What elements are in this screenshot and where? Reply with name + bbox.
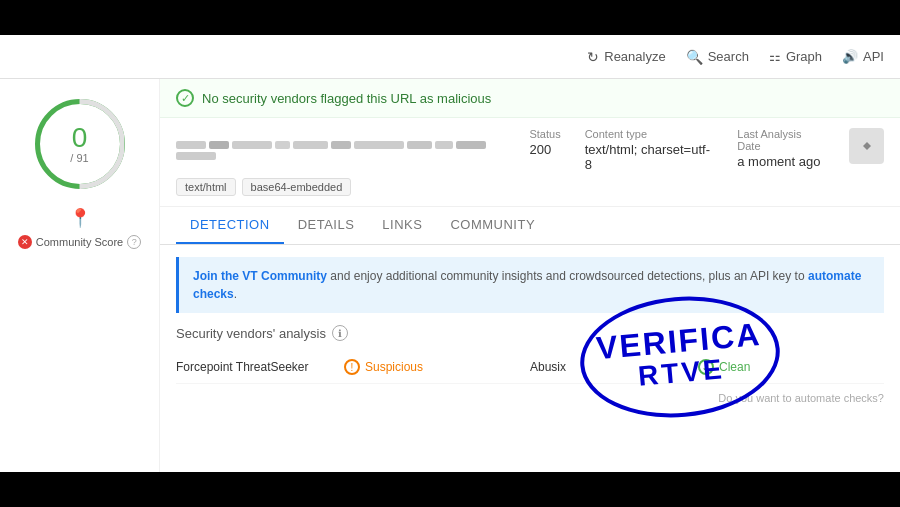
last-analysis-label: Last Analysis Date <box>737 128 825 152</box>
suspicious-label: Suspicious <box>365 360 423 374</box>
url-block-5 <box>293 141 328 149</box>
api-label: API <box>863 49 884 64</box>
search-button[interactable]: 🔍 Search <box>686 49 749 65</box>
banner-body2: . <box>234 287 237 301</box>
reanalyze-icon: ↻ <box>587 49 599 65</box>
tab-community[interactable]: COMMUNITY <box>436 207 549 244</box>
search-icon: 🔍 <box>686 49 703 65</box>
community-score-label: Community Score <box>36 236 123 248</box>
vendor-row-forcepoint: Forcepoint ThreatSeeker ! Suspicious <box>176 351 530 384</box>
join-vt-link[interactable]: Join the VT Community <box>193 269 327 283</box>
url-block-1 <box>176 141 206 149</box>
score-circle: 0 / 91 <box>35 99 125 189</box>
vendors-grid: Forcepoint ThreatSeeker ! Suspicious Abu… <box>176 351 884 384</box>
vendors-title: Security vendors' analysis <box>176 326 326 341</box>
graph-icon: ⚏ <box>769 49 781 64</box>
status-message: No security vendors flagged this URL as … <box>202 91 491 106</box>
vendors-header: Security vendors' analysis ℹ <box>176 325 884 341</box>
vendors-section: Security vendors' analysis ℹ Forcepoint … <box>176 325 884 384</box>
url-block-7 <box>354 141 404 149</box>
reanalyze-button[interactable]: ↻ Reanalyze <box>587 49 665 65</box>
last-analysis-meta: Last Analysis Date a moment ago <box>737 128 825 169</box>
status-bar: ✓ No security vendors flagged this URL a… <box>160 79 900 118</box>
score-total: / 91 <box>70 152 88 164</box>
tab-detection[interactable]: DETECTION <box>176 207 284 244</box>
url-meta-group: Status 200 Content type text/html; chars… <box>529 128 884 172</box>
url-block-11 <box>176 152 216 160</box>
community-negative-icon: ✕ <box>18 235 32 249</box>
community-score-row: ✕ Community Score ? <box>18 235 141 249</box>
url-block-8 <box>407 141 432 149</box>
url-display <box>176 141 521 160</box>
status-meta-value: 200 <box>529 142 560 157</box>
url-block-9 <box>435 141 453 149</box>
status-check-icon: ✓ <box>176 89 194 107</box>
top-navigation: ↻ Reanalyze 🔍 Search ⚏ Graph 🔊 API <box>0 35 900 79</box>
search-label: Search <box>708 49 749 64</box>
vendor-name-abusix: Abusix <box>530 360 690 374</box>
tab-detection-content: Join the VT Community and enjoy addition… <box>160 245 900 472</box>
tabs-bar: DETECTION DETAILS LINKS COMMUNITY <box>160 207 900 245</box>
location-icon: 📍 <box>69 207 91 229</box>
content-area: 0 / 91 📍 ✕ Community Score ? ✓ No securi… <box>0 79 900 472</box>
content-type-value: text/html; charset=utf-8 <box>585 142 714 172</box>
url-block-2 <box>209 141 229 149</box>
api-button[interactable]: 🔊 API <box>842 49 884 64</box>
graph-label: Graph <box>786 49 822 64</box>
api-icon: 🔊 <box>842 49 858 64</box>
banner-body: and enjoy additional community insights … <box>327 269 808 283</box>
content-type-label: Content type <box>585 128 714 140</box>
tag-html[interactable]: text/html <box>176 178 236 196</box>
clean-label: Clean <box>719 360 750 374</box>
score-panel: 0 / 91 📍 ✕ Community Score ? <box>0 79 160 472</box>
last-analysis-value: a moment ago <box>737 154 825 169</box>
status-meta-label: Status <box>529 128 560 140</box>
url-block-4 <box>275 141 290 149</box>
vendor-name-forcepoint: Forcepoint ThreatSeeker <box>176 360 336 374</box>
reanalyze-label: Reanalyze <box>604 49 665 64</box>
tab-links[interactable]: LINKS <box>368 207 436 244</box>
vendor-row-abusix: Abusix ✓ Clean <box>530 351 884 384</box>
do-you-want-text: Do you want to automate checks? <box>176 392 884 404</box>
url-row: Status 200 Content type text/html; chars… <box>176 128 884 172</box>
url-block-10 <box>456 141 486 149</box>
score-number: 0 <box>72 124 88 152</box>
right-panel: ✓ No security vendors flagged this URL a… <box>160 79 900 472</box>
tab-details[interactable]: DETAILS <box>284 207 369 244</box>
url-block-3 <box>232 141 272 149</box>
url-info-section: Status 200 Content type text/html; chars… <box>160 118 900 207</box>
community-banner: Join the VT Community and enjoy addition… <box>176 257 884 313</box>
vendor-status-abusix: ✓ Clean <box>698 359 750 375</box>
vendors-info-icon[interactable]: ℹ <box>332 325 348 341</box>
status-meta: Status 200 <box>529 128 560 157</box>
tags-row: text/html base64-embedded <box>176 178 884 196</box>
clean-icon: ✓ <box>698 359 714 375</box>
community-question-icon: ? <box>127 235 141 249</box>
virustotal-icon <box>849 128 884 164</box>
content-type-meta: Content type text/html; charset=utf-8 <box>585 128 714 172</box>
graph-button[interactable]: ⚏ Graph <box>769 49 822 64</box>
suspicious-icon: ! <box>344 359 360 375</box>
url-block-6 <box>331 141 351 149</box>
tag-base64[interactable]: base64-embedded <box>242 178 352 196</box>
vendor-status-forcepoint: ! Suspicious <box>344 359 423 375</box>
